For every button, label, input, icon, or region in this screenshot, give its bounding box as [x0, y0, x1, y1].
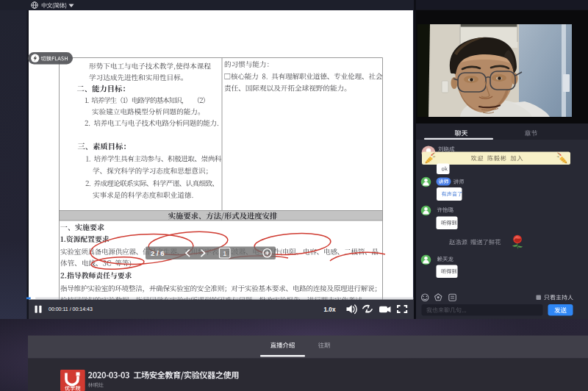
svg-text:1.0x: 1.0x: [324, 306, 336, 313]
svg-text:1: 1: [223, 250, 226, 257]
svg-text:00:00:11 / 00:14:43: 00:00:11 / 00:14:43: [49, 306, 93, 312]
svg-text:2 / 6: 2 / 6: [151, 249, 165, 257]
